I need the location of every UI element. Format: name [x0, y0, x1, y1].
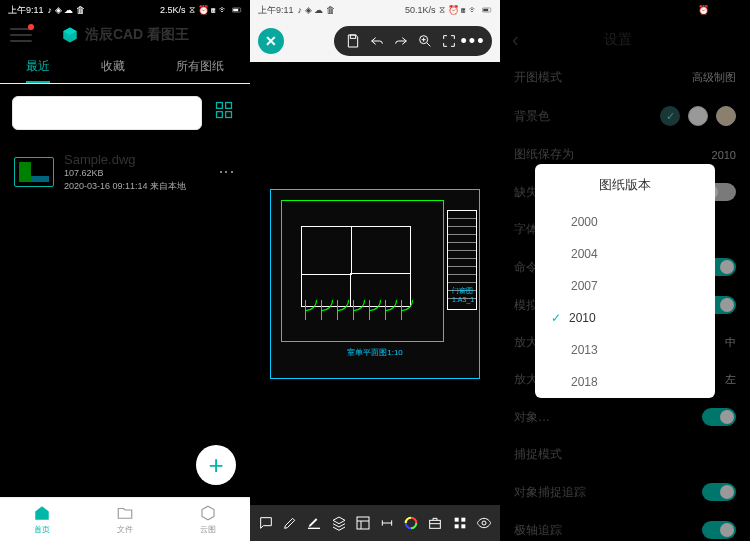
svg-rect-16 — [454, 524, 458, 528]
search-input[interactable] — [12, 96, 202, 130]
svg-rect-1 — [233, 9, 238, 12]
close-button[interactable]: ✕ — [258, 28, 284, 54]
option-2018[interactable]: 2018 — [535, 366, 715, 398]
nav-cloud[interactable]: 云图 — [167, 498, 250, 541]
option-label: 2004 — [571, 247, 598, 261]
status-bar: 上午9:11 ♪ ◈ ☁ 🗑 50.1K/s ⧖ ⏰ ▦ ᯤ — [250, 0, 500, 20]
layers-icon[interactable] — [329, 513, 349, 533]
save-button[interactable] — [342, 30, 364, 52]
nav-files[interactable]: 文件 — [83, 498, 166, 541]
add-button[interactable]: + — [196, 445, 236, 485]
tab-favorite[interactable]: 收藏 — [101, 50, 125, 83]
tab-recent[interactable]: 最近 — [26, 50, 50, 83]
comment-icon[interactable] — [256, 513, 276, 533]
option-2000[interactable]: 2000 — [535, 206, 715, 238]
nav-home[interactable]: 首页 — [0, 498, 83, 541]
layout-icon[interactable] — [353, 513, 373, 533]
viewer-toolbar: ✕ ••• — [250, 20, 500, 62]
app-title: 浩辰CAD 看图王 — [85, 26, 189, 44]
status-net: 2.5K/s — [160, 5, 186, 15]
option-2010[interactable]: ✓2010 — [535, 302, 715, 334]
apps-icon[interactable] — [450, 513, 470, 533]
file-name: Sample.dwg — [64, 152, 207, 167]
status-time: 上午9:11 — [258, 4, 294, 17]
file-more-button[interactable]: ⋮ — [217, 164, 236, 180]
svg-rect-2 — [217, 103, 223, 109]
svg-rect-13 — [430, 520, 441, 528]
option-label: 2010 — [569, 311, 596, 325]
edit-icon[interactable] — [304, 513, 324, 533]
check-icon: ✓ — [551, 311, 561, 325]
color-icon[interactable] — [401, 513, 421, 533]
status-time: 上午9:11 — [8, 4, 44, 17]
file-size: 107.62KB — [64, 167, 207, 180]
option-label: 2000 — [571, 215, 598, 229]
svg-rect-14 — [454, 518, 458, 522]
measure-icon[interactable] — [377, 513, 397, 533]
option-2007[interactable]: 2007 — [535, 270, 715, 302]
bottom-toolbar — [250, 505, 500, 541]
nav-home-label: 首页 — [34, 524, 50, 535]
svg-rect-8 — [350, 35, 355, 38]
pencil-icon[interactable] — [280, 513, 300, 533]
fullscreen-button[interactable] — [438, 30, 460, 52]
svg-rect-5 — [226, 112, 232, 118]
table-text: 门窗图1:A3_1 — [452, 286, 476, 303]
bottom-nav: 首页 文件 云图 — [0, 497, 250, 541]
status-net: 50.1K/s — [405, 5, 436, 15]
drawing-caption: 室单平面图1:10 — [347, 347, 403, 358]
option-2004[interactable]: 2004 — [535, 238, 715, 270]
option-2013[interactable]: 2013 — [535, 334, 715, 366]
option-label: 2007 — [571, 279, 598, 293]
status-time: 上午9:11 — [508, 4, 544, 17]
svg-rect-20 — [733, 9, 738, 12]
tabs: 最近 收藏 所有图纸 — [0, 50, 250, 84]
svg-rect-3 — [226, 103, 232, 109]
file-date: 2020-03-16 09:11:14 来自本地 — [64, 180, 207, 193]
svg-rect-10 — [308, 528, 320, 529]
tab-all[interactable]: 所有图纸 — [176, 50, 224, 83]
dialog-title: 图纸版本 — [535, 164, 715, 206]
menu-button[interactable] — [10, 26, 32, 44]
toolbox-icon[interactable] — [425, 513, 445, 533]
status-bar: 上午9:11 ♪ ◈ ☁ 🗑 226K/s ⧖ ⏰ ▦ ᯤ — [500, 0, 750, 20]
svg-rect-17 — [461, 524, 465, 528]
undo-button[interactable] — [366, 30, 388, 52]
app-logo: 浩辰CAD 看图王 — [61, 26, 189, 44]
svg-rect-15 — [461, 518, 465, 522]
svg-rect-11 — [357, 517, 369, 529]
file-thumbnail — [14, 157, 54, 187]
status-bar: 上午9:11 ♪ ◈ ☁ 🗑 2.5K/s ⧖ ⏰ ▦ ᯤ — [0, 0, 250, 20]
status-net: 226K/s — [657, 5, 685, 15]
grid-view-button[interactable] — [210, 96, 238, 124]
nav-files-label: 文件 — [117, 524, 133, 535]
file-item[interactable]: Sample.dwg 107.62KB 2020-03-16 09:11:14 … — [0, 142, 250, 202]
option-label: 2018 — [571, 375, 598, 389]
zoom-button[interactable] — [414, 30, 436, 52]
version-dialog: 图纸版本 2000 2004 2007 ✓2010 2013 2018 — [535, 164, 715, 398]
svg-point-18 — [482, 521, 486, 525]
app-header: 浩辰CAD 看图王 — [0, 20, 250, 50]
option-label: 2013 — [571, 343, 598, 357]
more-button[interactable]: ••• — [462, 30, 484, 52]
svg-rect-7 — [483, 9, 488, 12]
dialog-overlay[interactable]: 图纸版本 2000 2004 2007 ✓2010 2013 2018 — [500, 20, 750, 541]
cad-canvas[interactable]: 门窗图1:A3_1 室单平面图1:10 — [250, 62, 500, 505]
svg-rect-4 — [217, 112, 223, 118]
cad-drawing: 门窗图1:A3_1 室单平面图1:10 — [270, 189, 480, 379]
eye-icon[interactable] — [474, 513, 494, 533]
redo-button[interactable] — [390, 30, 412, 52]
nav-cloud-label: 云图 — [200, 524, 216, 535]
